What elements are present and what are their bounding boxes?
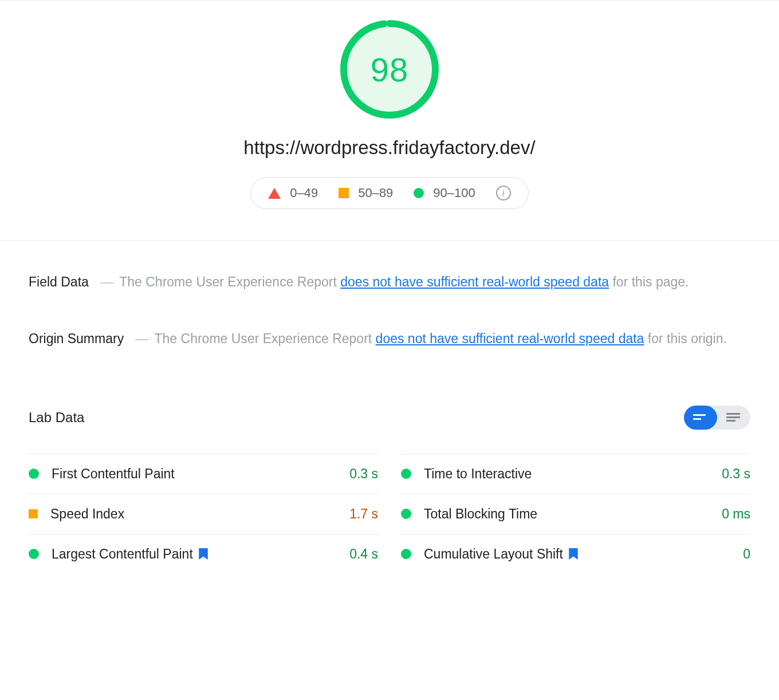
status-dot-green-icon xyxy=(401,509,411,519)
metric-tbt[interactable]: Total Blocking Time 0 ms xyxy=(401,494,750,534)
metrics-grid: First Contentful Paint 0.3 s Time to Int… xyxy=(29,454,750,574)
status-dot-green-icon xyxy=(29,549,39,559)
metric-label: Cumulative Layout Shift xyxy=(424,546,578,562)
origin-summary-section: Origin Summary — The Chrome User Experie… xyxy=(29,328,750,349)
svg-rect-5 xyxy=(726,420,735,422)
metric-label: Largest Contentful Paint xyxy=(52,546,208,562)
lab-data-header: Lab Data xyxy=(29,406,750,430)
view-toggle-compact-button[interactable] xyxy=(684,406,717,430)
status-dot-green-icon xyxy=(401,549,411,559)
score-gauge: 98 xyxy=(340,20,439,119)
bookmark-icon xyxy=(569,548,578,560)
view-toggle xyxy=(684,406,750,430)
legend-poor: 0–49 xyxy=(268,186,318,200)
metric-label: Speed Index xyxy=(50,506,124,522)
metric-speed-index[interactable]: Speed Index 1.7 s xyxy=(29,494,378,534)
status-dot-green-icon xyxy=(29,469,39,479)
origin-summary-title: Origin Summary xyxy=(29,331,124,346)
svg-rect-4 xyxy=(726,416,740,418)
metric-cls[interactable]: Cumulative Layout Shift 0 xyxy=(401,534,750,574)
lab-data-title: Lab Data xyxy=(29,410,84,426)
legend-poor-range: 0–49 xyxy=(290,186,318,200)
legend-mid: 50–89 xyxy=(339,186,393,200)
field-data-prefix: The Chrome User Experience Report xyxy=(119,274,340,289)
metric-value: 1.7 s xyxy=(349,506,378,522)
field-data-suffix: for this page. xyxy=(609,274,688,289)
svg-rect-1 xyxy=(693,414,706,416)
square-orange-icon xyxy=(339,188,349,198)
field-data-title: Field Data xyxy=(29,274,89,289)
score-header: 98 https://wordpress.fridayfactory.dev/ … xyxy=(0,1,779,240)
triangle-red-icon xyxy=(268,188,281,199)
dash: — xyxy=(100,274,113,289)
bookmark-icon xyxy=(199,548,208,560)
metric-value: 0.4 s xyxy=(349,546,378,562)
field-data-section: Field Data — The Chrome User Experience … xyxy=(29,272,750,293)
metric-label-text: Cumulative Layout Shift xyxy=(424,546,563,562)
legend-good-range: 90–100 xyxy=(433,186,475,200)
field-data-link[interactable]: does not have sufficient real-world spee… xyxy=(340,274,609,289)
circle-green-icon xyxy=(414,188,424,198)
score-legend: 0–49 50–89 90–100 i xyxy=(250,177,529,209)
report-body: Field Data — The Chrome User Experience … xyxy=(0,241,779,580)
metric-tti[interactable]: Time to Interactive 0.3 s xyxy=(401,454,750,494)
tested-url: https://wordpress.fridayfactory.dev/ xyxy=(243,137,535,159)
score-value: 98 xyxy=(340,20,439,119)
view-toggle-detailed-button[interactable] xyxy=(717,406,750,430)
metric-label-text: Largest Contentful Paint xyxy=(52,546,193,562)
metric-value: 0.3 s xyxy=(722,466,750,482)
bars-short-icon xyxy=(693,413,708,422)
origin-summary-prefix: The Chrome User Experience Report xyxy=(155,331,376,346)
legend-mid-range: 50–89 xyxy=(358,186,393,200)
status-square-orange-icon xyxy=(29,509,38,518)
metric-label: Time to Interactive xyxy=(424,466,532,482)
metric-fcp[interactable]: First Contentful Paint 0.3 s xyxy=(29,454,378,494)
metric-lcp[interactable]: Largest Contentful Paint 0.4 s xyxy=(29,534,378,574)
dash: — xyxy=(136,331,149,346)
legend-good: 90–100 xyxy=(414,186,475,200)
bars-lines-icon xyxy=(726,412,741,423)
svg-rect-3 xyxy=(726,413,740,415)
svg-rect-2 xyxy=(693,418,701,420)
metric-value: 0 ms xyxy=(722,506,750,522)
metric-value: 0 xyxy=(743,546,750,562)
status-dot-green-icon xyxy=(401,469,411,479)
info-icon[interactable]: i xyxy=(496,186,511,200)
origin-summary-suffix: for this origin. xyxy=(644,331,726,346)
origin-summary-link[interactable]: does not have sufficient real-world spee… xyxy=(376,331,644,346)
metric-label: Total Blocking Time xyxy=(424,506,537,522)
metric-value: 0.3 s xyxy=(349,466,378,482)
metric-label: First Contentful Paint xyxy=(52,466,175,482)
